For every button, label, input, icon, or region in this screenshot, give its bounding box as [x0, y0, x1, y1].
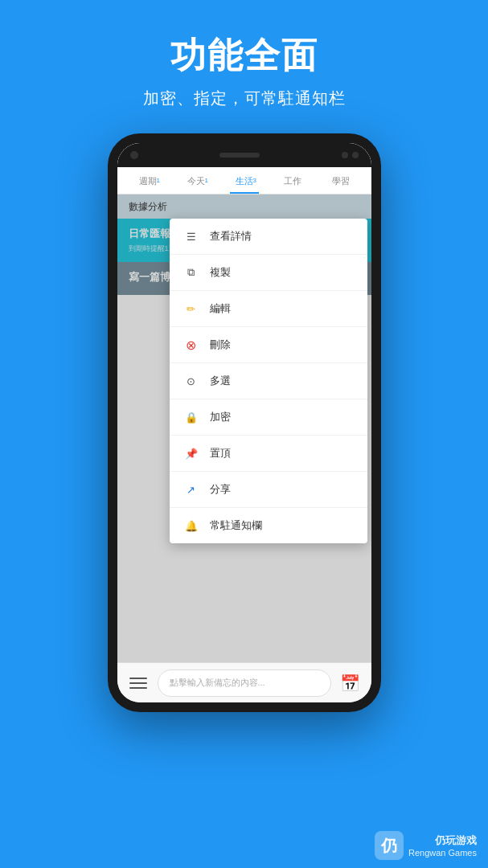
menu-encrypt-label: 加密 [210, 410, 231, 424]
multi-select-icon: ⊙ [182, 372, 200, 390]
menu-item-multi[interactable]: ⊙ 多選 [170, 363, 367, 399]
menu-item-pin[interactable]: 📌 置頂 [170, 436, 367, 472]
tab-today-label: 今天 [187, 176, 205, 186]
page-subtitle: 加密、指定，可常駐通知栏 [143, 88, 346, 109]
tab-weekly[interactable]: 週期1 [124, 175, 172, 194]
menu-item-share[interactable]: ↗ 分享 [170, 472, 367, 508]
tab-study[interactable]: 學習 [317, 175, 365, 194]
new-note-input[interactable]: 點擊輸入新備忘的內容... [158, 669, 331, 697]
menu-item-copy[interactable]: ⧉ 複製 [170, 255, 367, 291]
encrypt-icon: 🔒 [182, 408, 200, 426]
calendar-button[interactable]: 📅 [338, 670, 363, 696]
tab-work-label: 工作 [284, 176, 301, 186]
menu-share-label: 分享 [210, 482, 231, 497]
phone-speaker [219, 153, 260, 158]
menu-item-delete[interactable]: ⊗ 刪除 [170, 327, 367, 363]
menu-edit-label: 編輯 [210, 301, 231, 316]
hamburger-line-1 [129, 678, 147, 679]
page-title: 功能全面 [143, 32, 346, 80]
bottom-bar: 點擊輸入新備忘的內容... 📅 [117, 662, 371, 702]
notify-icon: 🔔 [182, 517, 200, 534]
hamburger-menu-button[interactable] [125, 670, 151, 696]
menu-view-label: 查看詳情 [210, 229, 252, 244]
copy-icon: ⧉ [182, 264, 200, 281]
watermark-logo: 仍 [375, 831, 404, 860]
tab-today[interactable]: 今天1 [172, 175, 220, 194]
watermark-text: 仍玩游戏 Rengwan Games [408, 833, 477, 858]
phone-body: 未插卡⊡ ☁ ψ 100% 🔋 21:44 週期1 今天1 生活3 工作 學 [108, 133, 381, 712]
new-note-placeholder: 點擊輸入新備忘的內容... [170, 677, 265, 689]
menu-item-view[interactable]: ☰ 查看詳情 [170, 219, 367, 255]
hamburger-line-2 [129, 682, 147, 684]
watermark: 仍 仍玩游戏 Rengwan Games [375, 831, 477, 860]
edit-icon: ✏ [182, 300, 200, 317]
front-camera [130, 151, 138, 159]
pin-icon: 📌 [182, 444, 200, 462]
menu-notify-label: 常駐通知欄 [210, 518, 262, 533]
menu-item-edit[interactable]: ✏ 編輯 [170, 291, 367, 327]
view-icon: ☰ [182, 227, 200, 245]
tab-bar[interactable]: 週期1 今天1 生活3 工作 學習 [117, 164, 371, 194]
phone-notch [117, 143, 371, 167]
sensor-2 [352, 152, 359, 158]
menu-multi-label: 多選 [210, 374, 231, 388]
tab-life[interactable]: 生活3 [220, 175, 269, 194]
delete-icon: ⊗ [182, 336, 200, 354]
phone-screen: 未插卡⊡ ☁ ψ 100% 🔋 21:44 週期1 今天1 生活3 工作 學 [117, 143, 371, 702]
share-icon: ↗ [182, 481, 200, 498]
tab-life-label: 生活 [236, 176, 253, 186]
tab-study-label: 學習 [332, 176, 350, 186]
section-header: 數據分析 [117, 194, 371, 219]
section-header-label: 數據分析 [129, 200, 167, 214]
tab-weekly-badge: 1 [157, 177, 160, 184]
watermark-main: 仍玩游戏 [408, 833, 477, 848]
context-menu-overlay: ☰ 查看詳情 ⧉ 複製 ✏ 編輯 ⊗ 刪除 [117, 219, 371, 662]
sensor-1 [342, 152, 348, 158]
menu-pin-label: 置頂 [210, 446, 231, 461]
menu-delete-label: 刪除 [210, 338, 231, 352]
phone-sensors [342, 152, 359, 158]
tab-work[interactable]: 工作 [269, 175, 317, 194]
watermark-sub: Rengwan Games [408, 848, 477, 858]
tab-weekly-label: 週期 [139, 176, 157, 186]
menu-item-notify[interactable]: 🔔 常駐通知欄 [170, 508, 367, 543]
calendar-icon: 📅 [340, 674, 360, 693]
menu-copy-label: 複製 [210, 265, 231, 280]
tab-life-badge: 3 [253, 177, 256, 184]
phone-mockup: 未插卡⊡ ☁ ψ 100% 🔋 21:44 週期1 今天1 生活3 工作 學 [108, 133, 381, 712]
hamburger-line-3 [129, 687, 147, 689]
tab-today-badge: 1 [205, 177, 208, 184]
context-menu: ☰ 查看詳情 ⧉ 複製 ✏ 編輯 ⊗ 刪除 [170, 219, 367, 543]
menu-item-encrypt[interactable]: 🔒 加密 [170, 399, 367, 436]
